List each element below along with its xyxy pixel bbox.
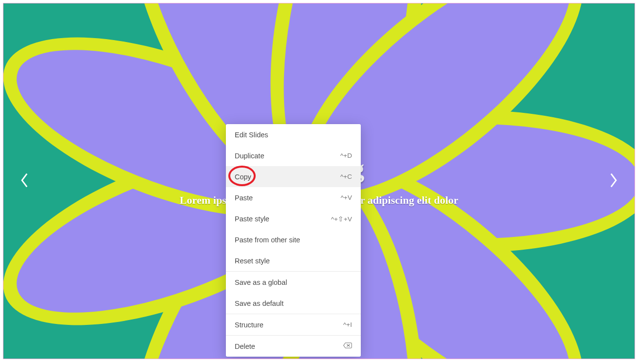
menu-item-paste-style[interactable]: Paste style^+⇧+V (226, 208, 361, 229)
menu-item-edit-slides[interactable]: Edit Slides (226, 124, 361, 145)
menu-item-shortcut: ^+I (343, 321, 352, 328)
menu-item-delete[interactable]: Delete (226, 336, 361, 357)
menu-item-label: Save as a global (235, 278, 287, 286)
menu-item-paste-from-other-site[interactable]: Paste from other site (226, 229, 361, 250)
menu-item-label: Paste (235, 194, 253, 202)
menu-item-label: Reset style (235, 257, 270, 265)
menu-item-label: Delete (235, 343, 255, 350)
menu-item-label: Structure (235, 321, 264, 329)
menu-item-structure[interactable]: Structure^+I (226, 314, 361, 335)
menu-item-reset-style[interactable]: Reset style (226, 250, 361, 271)
menu-item-shortcut: ^+⇧+V (331, 215, 352, 223)
menu-item-label: Edit Slides (235, 131, 268, 139)
menu-item-shortcut: ^+D (340, 152, 352, 159)
delete-icon (343, 342, 352, 350)
menu-item-label: Paste style (235, 215, 269, 223)
next-arrow[interactable] (606, 167, 621, 196)
menu-item-label: Duplicate (235, 152, 264, 160)
chevron-right-icon (609, 172, 618, 191)
menu-item-paste[interactable]: Paste^+V (226, 187, 361, 208)
menu-item-label: Paste from other site (235, 236, 300, 244)
slide-canvas[interactable]: Heading Lorem ipsum dolor sit amet, cons… (3, 3, 635, 359)
menu-item-copy[interactable]: Copy^+C (226, 166, 361, 187)
menu-item-duplicate[interactable]: Duplicate^+D (226, 145, 361, 166)
prev-arrow[interactable] (17, 167, 32, 196)
menu-item-save-as-default[interactable]: Save as default (226, 293, 361, 314)
menu-item-shortcut: ^+V (341, 194, 352, 201)
context-menu[interactable]: Edit SlidesDuplicate^+DCopy^+CPaste^+VPa… (226, 124, 361, 357)
menu-item-save-as-a-global[interactable]: Save as a global (226, 272, 361, 293)
menu-item-label: Copy (235, 173, 251, 181)
menu-item-shortcut: ^+C (340, 173, 352, 180)
menu-item-label: Save as default (235, 300, 284, 307)
chevron-left-icon (20, 172, 29, 191)
